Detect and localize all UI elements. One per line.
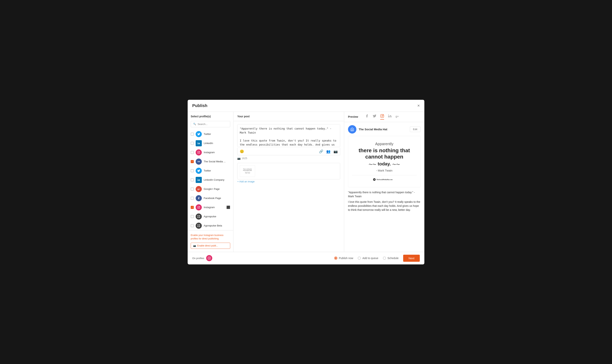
profile-item-social-media[interactable]: SM The Social Media ... [189,157,232,166]
schedule-option[interactable]: Schedule [383,257,399,260]
profile-checkbox[interactable] [191,188,194,191]
emoji-icon[interactable]: 🙂 [240,149,244,154]
instagram-network-icon[interactable] [380,114,384,120]
next-button[interactable]: Next [403,255,420,262]
instagram-char-icon: 📷 [237,157,240,160]
footer-options: Publish now Add to queue Schedule Next [334,255,420,262]
schedule-radio[interactable] [383,257,386,260]
add-to-queue-radio[interactable] [358,257,361,260]
post-toolbar: 🙂 🔗 👥 📷 [237,148,340,155]
profile-checkbox[interactable] [191,215,194,218]
profile-item-twitter-2[interactable]: Twitter [189,166,232,175]
linkedin-network-icon[interactable] [388,114,392,120]
svg-rect-12 [198,224,199,225]
profile-item-instagram-2[interactable]: Instagram ⬛ [189,203,232,212]
profile-avatar [196,204,202,210]
publish-modal: Publish × Select profile(s) 🔍 [188,100,424,264]
char-count-container: 📷 1625 [237,157,340,160]
preview-account-avatar [348,125,356,133]
profile-item-instagram-1[interactable]: Instagram [189,148,232,157]
search-icon: 🔍 [193,123,196,125]
svg-point-0 [198,142,198,143]
preview-edit-button[interactable]: Edit [410,127,421,132]
add-to-queue-label: Add to queue [362,257,378,260]
quote-line-2: there is nothing that cannot happen [352,147,416,160]
quote-line-3: today. [378,161,391,167]
add-to-queue-option[interactable]: Add to queue [358,257,378,260]
svg-rect-11 [199,217,200,218]
publish-now-option[interactable]: Publish now [334,257,353,260]
quote-swirl-right: 〜〜 [392,162,400,167]
quote-branding-container: TheSocialMediaHat.com [352,175,416,182]
modal-overlay: Publish × Select profile(s) 🔍 [0,0,612,364]
svg-rect-16 [381,114,384,117]
schedule-label: Schedule [387,257,399,260]
profile-checkbox[interactable] [191,142,194,145]
modal-close-button[interactable]: × [417,104,420,108]
profile-avatar [196,213,202,220]
twitter-network-icon[interactable] [373,114,376,120]
googleplus-network-icon[interactable]: g+ [396,115,399,119]
profile-checkbox[interactable] [191,197,194,200]
profile-item-google-plus[interactable]: g+ Google+ Page [189,184,232,194]
preview-networks: g+ [365,114,399,120]
link-icon[interactable]: 🔗 [319,149,323,154]
facebook-network-icon[interactable] [365,114,369,120]
profile-name: Twitter [204,133,230,135]
profile-name: LinkedIn [204,142,230,145]
profiles-search-input[interactable] [198,123,228,126]
profile-item-linkedin-company[interactable]: LinkedIn Company [189,175,232,184]
svg-point-7 [199,207,200,207]
profile-checkbox-checked[interactable] [191,160,194,163]
profile-avatar [196,131,202,137]
quote-line-1: Apparently [352,142,416,146]
preview-body: The Social Media Hat Edit Apparently the… [344,122,424,252]
profile-item-linkedin[interactable]: LinkedIn [189,139,232,148]
add-image-button[interactable]: + Add an image [237,179,340,184]
instagram-icon-small: 📷 [193,244,196,247]
enable-direct-publish-button[interactable]: 📷 Enable direct publi... [191,243,230,249]
svg-point-4 [198,179,198,179]
enable-btn-label: Enable direct publi... [197,244,218,247]
profile-name: Agorapulse [204,215,230,218]
image-thumbnail: There is nothing thatcannot happen today… [240,165,255,177]
profile-checkbox[interactable] [191,178,194,182]
post-editor: "Apparently there is nothing that cannot… [233,121,344,252]
tag-icon[interactable]: 👥 [326,149,331,154]
preview-post-text-1: "Apparently there is nothing that cannot… [348,190,421,198]
profile-item-agorapulse-1[interactable]: Agorapulse [189,212,232,221]
quote-mini-author: - Mark Twain [245,172,250,174]
quote-branding: TheSocialMediaHat.com [352,178,416,182]
post-panel: Your post "Apparently there is nothing t… [233,112,344,252]
profile-avatar [196,195,202,201]
svg-rect-13 [199,224,200,225]
profiles-search-wrapper: 🔍 [191,121,230,127]
publish-now-radio[interactable] [334,257,337,260]
profiles-header: Select profile(s) [188,112,233,121]
profile-checkbox[interactable] [191,151,194,154]
profile-checkbox-checked[interactable] [191,206,194,209]
quote-author: - Mark Twain [352,169,416,172]
preview-account-info: The Social Media Hat [348,125,387,133]
post-textarea[interactable]: "Apparently there is nothing that cannot… [237,124,340,147]
profile-item-twitter-1[interactable]: Twitter [189,130,232,139]
profile-avatar: g+ [196,186,202,192]
profile-item-facebook[interactable]: Facebook Page [189,194,232,203]
camera-icon[interactable]: 📷 [333,149,338,154]
preview-header: Preview g+ [344,112,424,122]
profiles-footer: Enable your Instagram business profiles … [188,230,233,252]
profile-avatar [196,177,202,183]
profile-checkbox[interactable] [191,169,194,172]
profile-avatar [196,223,202,229]
profile-checkbox[interactable] [191,224,194,227]
profile-checkbox[interactable] [191,133,194,136]
profile-name: Instagram [204,206,225,209]
quote-line-3-container: 〜〜 today. 〜〜 [352,161,416,168]
svg-text:TheSocialMediaHat.com: TheSocialMediaHat.com [376,179,393,181]
instagram-warning-icon: ⬛ [226,206,230,209]
profile-item-agorapulse-beta[interactable]: Agorapulse Beta [189,221,232,230]
quote-image: Apparently there is nothing that cannot … [348,136,421,188]
modal-body: Select profile(s) 🔍 Twitter [188,112,424,252]
image-section: There is nothing thatcannot happen today… [237,163,340,184]
preview-image: Apparently there is nothing that cannot … [348,136,421,188]
